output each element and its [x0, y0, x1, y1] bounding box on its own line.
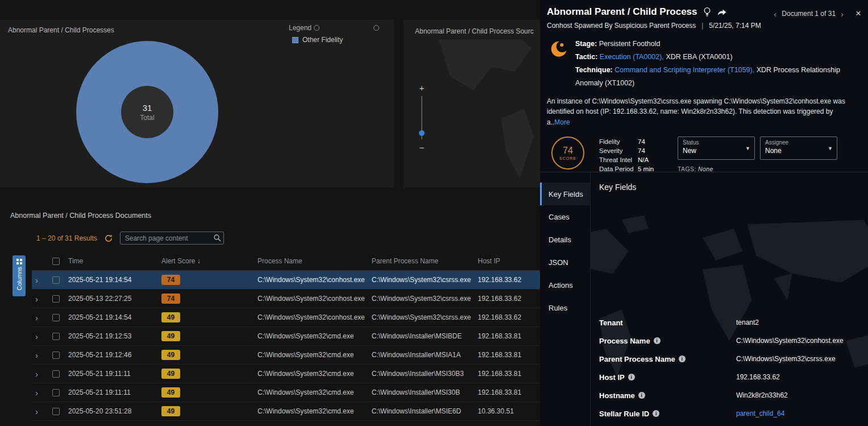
row-process-name: C:\Windows\System32\cmd.exe — [254, 346, 368, 365]
tactic-rest: XDR EBA (XTA0001) — [666, 53, 732, 61]
row-time: 2025-05-21 19:12:53 — [65, 327, 158, 346]
tab-details[interactable]: Details — [540, 228, 590, 251]
info-icon[interactable]: i — [679, 355, 686, 362]
row-expand-chevron[interactable]: › — [35, 313, 38, 322]
alert-score-badge: 74 — [161, 293, 180, 304]
row-parent-process-name: C:\Windows\Installer\MSIA1A — [368, 346, 475, 365]
table-row[interactable]: ›2025-05-21 19:14:5474C:\Windows\System3… — [32, 271, 627, 289]
row-checkbox[interactable] — [52, 333, 60, 340]
donut-total-label: Total — [140, 114, 154, 122]
zoom-slider-handle[interactable] — [419, 130, 425, 136]
row-process-name: C:\Windows\System32\conhost.exe — [254, 271, 368, 289]
row-time: 2025-05-20 23:51:28 — [65, 402, 158, 421]
zoom-slider[interactable] — [421, 96, 422, 139]
row-checkbox[interactable] — [52, 408, 60, 415]
legend-settings-icon[interactable] — [314, 25, 319, 31]
tab-rules[interactable]: Rules — [540, 296, 590, 319]
sort-desc-icon: ↓ — [197, 257, 201, 265]
app-root: Abnormal Parent / Child Processes Legend… — [0, 0, 868, 426]
tab-actions[interactable]: Actions — [540, 274, 590, 296]
field-value: tenant2 — [736, 319, 759, 326]
row-checkbox[interactable] — [52, 314, 60, 321]
row-time: 2025-05-21 19:11:11 — [65, 365, 158, 383]
table-row[interactable]: ›2025-05-21 19:11:1149C:\Windows\System3… — [32, 383, 627, 402]
table-row[interactable]: ›2025-05-21 19:12:4649C:\Windows\System3… — [32, 346, 627, 365]
assignee-dropdown[interactable]: Assignee None ▼ — [760, 137, 837, 160]
tab-key-fields[interactable]: Key Fields — [540, 183, 590, 205]
more-link[interactable]: More — [554, 118, 570, 126]
row-checkbox[interactable] — [52, 276, 60, 284]
panel-options-icon[interactable] — [373, 25, 379, 31]
row-process-name: C:\Windows\System32\conhost.exe — [254, 308, 368, 327]
fidelity-donut-chart[interactable]: 31 Total — [76, 41, 218, 183]
score-value: 74 — [563, 146, 573, 156]
technique-link[interactable]: Command and Scripting Interpreter (T1059… — [614, 66, 754, 74]
field-row: HostnameiWin2k8r2n33h62 — [599, 386, 863, 404]
chevron-down-icon: ▼ — [745, 146, 750, 151]
status-dropdown[interactable]: Status New ▼ — [678, 137, 755, 160]
lightbulb-icon[interactable] — [703, 7, 711, 17]
row-parent-process-name: C:\Windows\System32\csrss.exe — [368, 308, 475, 327]
row-expand-chevron[interactable]: › — [35, 407, 38, 416]
info-icon[interactable]: i — [628, 374, 635, 380]
col-header-parent-process-name[interactable]: Parent Process Name — [368, 253, 475, 271]
table-row[interactable]: ›2025-05-21 19:11:1149C:\Windows\System3… — [32, 365, 627, 383]
map-zoom-control: + − — [417, 84, 426, 152]
row-expand-chevron[interactable]: › — [35, 350, 38, 360]
columns-button[interactable]: Columns — [13, 255, 26, 296]
row-expand-chevron[interactable]: › — [35, 369, 38, 379]
select-all-checkbox[interactable] — [52, 258, 60, 265]
next-document-chevron[interactable]: › — [841, 9, 844, 19]
tab-json[interactable]: JSON — [540, 251, 590, 274]
zoom-in-button[interactable]: + — [420, 84, 425, 92]
table-row[interactable]: ›2025-05-20 23:51:2849C:\Windows\System3… — [32, 402, 627, 421]
field-label: Host IPi — [599, 373, 736, 382]
row-process-name: C:\Windows\System32\cmd.exe — [254, 365, 368, 383]
documents-table-body: ›2025-05-21 19:14:5474C:\Windows\System3… — [32, 271, 627, 421]
info-icon[interactable]: i — [654, 337, 661, 344]
legend-item-other-fidelity[interactable]: Other Fidelity — [289, 36, 343, 44]
donut-panel: Abnormal Parent / Child Processes Legend… — [0, 20, 394, 188]
legend-label: Legend — [289, 24, 312, 32]
subtitle-separator: | — [701, 22, 703, 30]
grid-icon — [16, 259, 22, 264]
table-row[interactable]: ›2025-05-13 22:27:2574C:\Windows\System3… — [32, 289, 627, 308]
row-process-name: C:\Windows\System32\cmd.exe — [254, 327, 368, 346]
row-checkbox[interactable] — [52, 351, 60, 359]
document-pager: ‹ Document 1 of 31 › × — [774, 8, 861, 19]
table-row[interactable]: ›2025-05-21 19:12:5349C:\Windows\System3… — [32, 327, 627, 346]
info-icon[interactable]: i — [653, 410, 659, 417]
row-checkbox[interactable] — [52, 295, 60, 303]
row-checkbox[interactable] — [52, 389, 60, 396]
results-count: 1 – 20 of 31 Results — [36, 234, 97, 242]
alert-score-badge: 49 — [161, 406, 180, 416]
donut-total-value: 31 — [143, 103, 152, 113]
zoom-out-button[interactable]: − — [420, 143, 425, 152]
table-row[interactable]: ›2025-05-21 19:14:5449C:\Windows\System3… — [32, 308, 627, 327]
prev-document-chevron[interactable]: ‹ — [774, 9, 776, 19]
tactic-link[interactable]: Execution (TA0002), — [600, 53, 664, 61]
row-time: 2025-05-21 19:12:46 — [65, 346, 158, 365]
row-checkbox[interactable] — [52, 370, 60, 378]
field-value[interactable]: parent_child_64 — [736, 410, 784, 417]
col-header-time[interactable]: Time — [65, 253, 158, 271]
tab-cases[interactable]: Cases — [540, 205, 590, 228]
row-parent-process-name: C:\Windows\System32\csrss.exe — [368, 271, 475, 289]
col-header-alert-score[interactable]: Alert Score ↓ — [158, 253, 254, 271]
chart-legend: Legend Other Fidelity — [289, 24, 343, 44]
close-icon[interactable]: × — [855, 8, 861, 19]
row-expand-chevron[interactable]: › — [35, 275, 38, 285]
info-icon[interactable]: i — [638, 392, 645, 399]
score-metrics: Fidelity74Severity74Threat IntelN/AData … — [599, 137, 663, 173]
search-input[interactable] — [120, 231, 224, 245]
col-header-process-name[interactable]: Process Name — [254, 253, 368, 271]
search-box — [120, 231, 224, 245]
row-expand-chevron[interactable]: › — [35, 388, 38, 398]
field-value: C:\Windows\System32\conhost.exe — [736, 337, 844, 345]
share-icon[interactable] — [717, 8, 727, 16]
refresh-icon[interactable] — [104, 234, 113, 243]
row-expand-chevron[interactable]: › — [35, 294, 38, 304]
kill-chain-stage-icon — [546, 38, 571, 60]
row-expand-chevron[interactable]: › — [35, 332, 38, 341]
field-value: Win2k8r2n33h62 — [736, 391, 788, 399]
